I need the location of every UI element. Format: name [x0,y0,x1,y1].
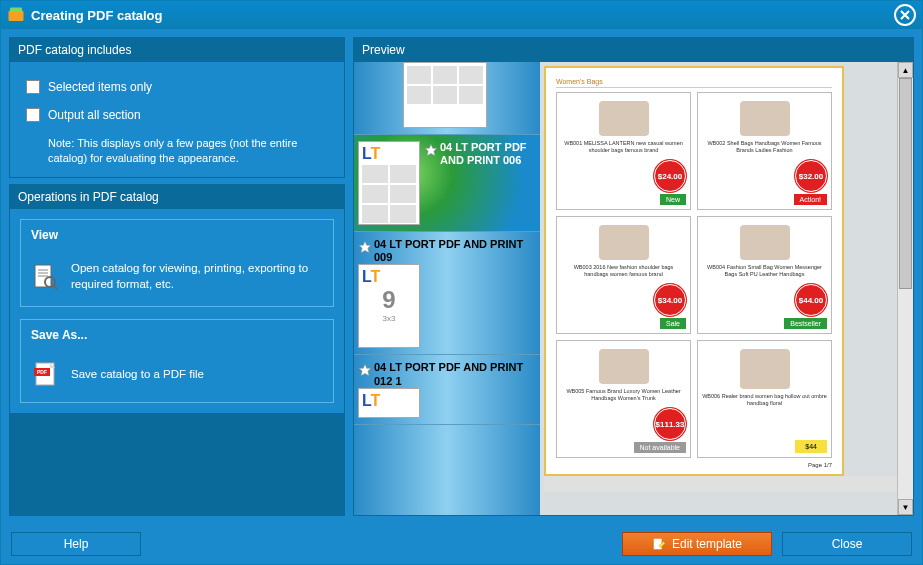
product-card: WB001 MELISSA LANTERN new casual women s… [556,92,691,210]
product-image [599,349,649,384]
option-label: Selected items only [48,80,152,94]
page-preview-area[interactable]: Women's Bags WB001 MELISSA LANTERN new c… [540,62,897,515]
product-card: WB002 Shell Bags Handbags Women Famous B… [697,92,832,210]
checkbox-icon [26,108,40,122]
product-footer: $34.00Sale [561,284,686,329]
catalog-page: Women's Bags WB001 MELISSA LANTERN new c… [544,66,844,476]
star-icon [424,143,438,157]
preview-vscrollbar[interactable]: ▲ ▼ [897,62,913,515]
price-circle: $34.00 [654,284,686,316]
product-footer: $32.00Action! [702,160,827,205]
template-thumb: LT [358,388,420,418]
action-label: Open catalog for viewing, printing, expo… [71,260,323,292]
product-badge: New [660,194,686,205]
dialog-body: PDF catalog includes Selected items only… [1,29,922,524]
product-footer: $44.00Bestseller [702,284,827,329]
scroll-down-button[interactable]: ▼ [898,499,913,515]
product-image [599,101,649,136]
checkbox-icon [26,80,40,94]
template-thumb: LT [358,141,420,225]
template-item[interactable]: 04 LT PORT PDF AND PRINT 009 LT 9 3x3 [354,232,540,355]
svg-marker-12 [425,144,437,156]
titlebar: Creating PDF catalog [1,1,922,29]
template-item-selected[interactable]: 04 LT PORT PDF AND PRINT 006 LT [354,135,540,232]
product-badge: $44 [795,440,827,453]
button-label: Help [64,537,89,551]
template-list[interactable]: 04 LT PORT PDF AND PRINT 006 LT 04 LT PO… [354,62,540,515]
view-box: View Open catalog for viewing, printing,… [20,219,334,307]
product-badge: Sale [660,318,686,329]
button-label: Edit template [672,537,742,551]
product-card: WB004 Fashion Small Bag Women Messenger … [697,216,832,334]
svg-text:PDF: PDF [37,369,47,375]
product-footer: $44 [702,440,827,453]
app-icon [7,6,25,24]
includes-body: Selected items only Output all section N… [10,62,344,177]
save-pdf-action[interactable]: PDF Save catalog to a PDF file [31,360,323,388]
template-item[interactable]: 04 LT PORT PDF AND PRINT 012 1 LT [354,355,540,424]
product-badge: Bestseller [784,318,827,329]
svg-rect-0 [9,11,24,22]
window-title: Creating PDF catalog [31,8,894,23]
edit-template-button[interactable]: Edit template [622,532,772,556]
option-selected-items[interactable]: Selected items only [26,80,334,94]
close-button[interactable]: Close [782,532,912,556]
template-label: 04 LT PORT PDF AND PRINT 012 1 [374,361,536,387]
dialog-window: Creating PDF catalog PDF catalog include… [0,0,923,565]
template-thumb [403,62,487,128]
product-name: WB006 Realer brand women bag hollow out … [702,393,827,411]
preview-body: 04 LT PORT PDF AND PRINT 006 LT 04 LT PO… [354,62,913,515]
svg-line-7 [54,286,57,289]
includes-note: Note: This displays only a few pages (no… [48,136,334,167]
operations-header: Operations in PDF catalog [10,185,344,209]
product-image [740,225,790,260]
preview-header: Preview [354,38,913,62]
scroll-thumb[interactable] [899,78,912,289]
page-number: Page 1/7 [808,462,832,468]
saveas-box: Save As... PDF Save catalog to a PDF fil… [20,319,334,403]
open-catalog-action[interactable]: Open catalog for viewing, printing, expo… [31,260,323,292]
preview-hscroll[interactable] [544,476,897,492]
svg-rect-1 [10,8,22,13]
product-card: WB003 2016 New fashion shoulder bags han… [556,216,691,334]
template-thumb: LT 9 3x3 [358,264,420,348]
help-button[interactable]: Help [11,532,141,556]
document-icon [31,262,59,290]
dialog-footer: Help Edit template Close [1,524,922,564]
product-image [740,101,790,136]
pdf-icon: PDF [31,360,59,388]
product-card: WB006 Realer brand women bag hollow out … [697,340,832,458]
product-name: WB003 2016 New fashion shoulder bags han… [561,264,686,282]
template-label: 04 LT PORT PDF AND PRINT 009 [374,238,536,264]
saveas-title: Save As... [31,328,323,342]
product-name: WB001 MELISSA LANTERN new casual women s… [561,140,686,158]
product-name: WB002 Shell Bags Handbags Women Famous B… [702,140,827,158]
includes-panel: PDF catalog includes Selected items only… [9,37,345,178]
product-footer: $24.00New [561,160,686,205]
operations-panel: Operations in PDF catalog View Open cata… [9,184,345,516]
product-image [740,349,790,389]
view-title: View [31,228,323,242]
template-item[interactable] [354,62,540,135]
option-output-all[interactable]: Output all section [26,108,334,122]
scroll-track[interactable] [898,78,913,499]
price-circle: $44.00 [795,284,827,316]
price-circle: $24.00 [654,160,686,192]
action-label: Save catalog to a PDF file [71,366,204,382]
product-card: WB005 Famous Brand Luxury Women Leather … [556,340,691,458]
svg-marker-14 [359,365,371,377]
close-icon [900,10,910,20]
price-circle: $111.33 [654,408,686,440]
svg-marker-13 [359,241,371,253]
edit-icon [652,537,666,551]
includes-header: PDF catalog includes [10,38,344,62]
price-circle: $32.00 [795,160,827,192]
left-column: PDF catalog includes Selected items only… [9,37,345,516]
product-badge: Not available [634,442,686,453]
window-close-button[interactable] [894,4,916,26]
product-name: WB005 Famous Brand Luxury Women Leather … [561,388,686,406]
option-label: Output all section [48,108,141,122]
product-grid: WB001 MELISSA LANTERN new casual women s… [556,92,832,458]
scroll-up-button[interactable]: ▲ [898,62,913,78]
product-badge: Action! [794,194,827,205]
